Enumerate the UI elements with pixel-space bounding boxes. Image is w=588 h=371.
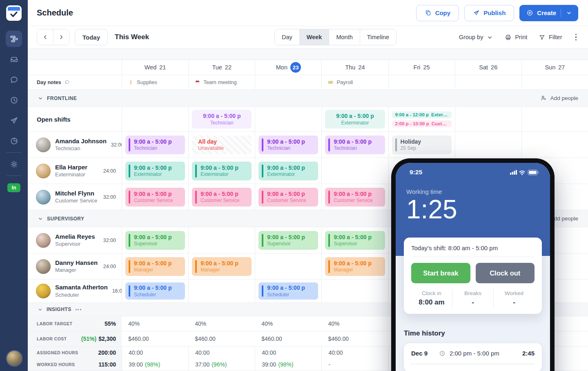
more-menu-icon[interactable] [574, 32, 579, 42]
shift-chip[interactable]: 9:00 a - 5:00 pSupervisor [125, 231, 185, 250]
sidebar-item-chat[interactable] [6, 71, 22, 88]
schedule-cell[interactable]: 9:00 a - 5:00 pManager [321, 253, 388, 279]
schedule-cell[interactable] [188, 280, 255, 302]
schedule-cell[interactable]: 9:00 a - 5:00 pCustomer Service [188, 184, 255, 210]
chevron-down-icon[interactable] [38, 307, 43, 312]
schedule-cell[interactable] [321, 158, 388, 184]
tab-day[interactable]: Day [275, 29, 299, 45]
start-break-button[interactable]: Start break [411, 263, 470, 283]
schedule-cell[interactable]: 9:00 a - 5:00 pCustomer Service [122, 184, 188, 210]
schedule-cell[interactable]: 9:00 a - 5:00 pExterminator [255, 158, 321, 184]
shift-chip[interactable]: 9:00 a - 5:00 pExterminator [125, 162, 185, 180]
schedule-cell[interactable]: 9:00 a - 5:00 pScheduler [255, 280, 321, 302]
shift-chip[interactable]: 9:00 a - 5:00 pSupervisor [258, 231, 318, 250]
tab-month[interactable]: Month [329, 29, 359, 45]
user-avatar[interactable] [7, 351, 22, 366]
shift-chip[interactable]: 9:00 a - 5:00 pScheduler [258, 282, 318, 300]
shift-chip-mini[interactable]: 2:00 p - 10:00 pCustomer… [392, 120, 452, 127]
chevron-down-icon[interactable] [38, 96, 43, 101]
shift-chip[interactable]: 9:00 a - 5:00 pCustomer Service [192, 188, 252, 207]
shift-chip[interactable]: 9:00 a - 5:00 pExterminator [258, 162, 318, 180]
schedule-cell[interactable]: 9:00 a - 5:00 pTechnician [321, 132, 388, 158]
schedule-cell[interactable]: 9:00 a - 5:00 pTechnician [255, 132, 321, 158]
shift-chip-mini[interactable]: 9:00 a - 12:00 pExtermin… [392, 111, 452, 118]
sidebar-item-pie[interactable] [6, 133, 22, 149]
shift-chip[interactable]: 9:00 a - 5:00 pManager [192, 257, 252, 276]
day-header-mon[interactable]: Mon23 [255, 60, 321, 75]
group-by-dropdown[interactable]: Group by [459, 34, 494, 41]
day-note-cell[interactable]: Payroll [321, 75, 388, 89]
clocked-in-badge[interactable]: In [7, 183, 20, 192]
day-header-sat[interactable]: Sat26 [455, 60, 521, 75]
sidebar-item-plane[interactable] [6, 112, 22, 129]
day-note-cell[interactable] [388, 75, 455, 89]
schedule-cell[interactable]: All dayUnavailable [188, 132, 255, 158]
shift-chip[interactable]: 9:00 a - 5:00 pManager [325, 257, 385, 276]
schedule-cell[interactable]: 9:00 a - 5:00 pSupervisor [321, 227, 388, 253]
shift-chip[interactable]: 9:00 a - 5:00 pExterminator [325, 110, 385, 129]
schedule-cell[interactable] [455, 107, 521, 131]
schedule-cell[interactable]: 9:00 a - 5:00 pExterminator [321, 107, 388, 131]
day-header-sun[interactable]: Sun27 [521, 60, 588, 75]
shift-chip[interactable]: 9:00 a - 5:00 pTechnician [325, 136, 385, 154]
shift-chip[interactable]: All dayUnavailable [192, 136, 252, 154]
add-people-button[interactable]: Add people [540, 95, 578, 102]
create-button[interactable]: Create [519, 5, 578, 21]
history-entry[interactable]: Dec 92:00 pm - 5:00 pm2:45 [411, 350, 535, 357]
shift-chip[interactable]: 9:00 a - 5:00 pManager [125, 257, 185, 276]
schedule-cell[interactable] [321, 280, 388, 302]
prev-week-button[interactable] [37, 29, 53, 45]
schedule-cell[interactable]: 9:00 a - 5:00 pScheduler [122, 280, 188, 302]
today-button[interactable]: Today [75, 29, 108, 45]
schedule-cell[interactable]: Holiday25 Sep [388, 132, 455, 158]
sidebar-item-schedule[interactable] [6, 31, 22, 47]
day-note-cell[interactable] [255, 75, 321, 89]
shift-chip[interactable]: 9:00 a - 5:00 pExterminator [192, 162, 252, 180]
next-week-button[interactable] [53, 29, 69, 45]
shift-chip[interactable]: 9:00 a - 5:00 pTechnician [125, 136, 185, 154]
publish-button[interactable]: Publish [464, 5, 514, 21]
copy-button[interactable]: Copy [416, 5, 459, 21]
schedule-cell[interactable]: 9:00 a - 5:00 pExterminator [122, 158, 188, 184]
schedule-cell[interactable]: 9:00 a - 5:00 pCustomer Service [255, 184, 321, 210]
tab-timeline[interactable]: Timeline [360, 29, 396, 45]
shift-chip[interactable]: 9:00 a - 5:00 pCustomer Service [258, 188, 318, 207]
filter-button[interactable]: Filter [539, 34, 562, 41]
shift-chip[interactable]: 9:00 a - 5:00 pTechnician [192, 110, 252, 129]
schedule-cell[interactable] [122, 107, 188, 131]
sidebar-item-clock[interactable] [6, 92, 22, 108]
day-header-fri[interactable]: Fri25 [388, 60, 455, 75]
shift-chip[interactable]: Holiday25 Sep [392, 136, 452, 154]
tab-week[interactable]: Week [299, 29, 329, 45]
schedule-cell[interactable]: 9:00 a - 5:00 pManager [188, 253, 255, 279]
schedule-cell[interactable]: 9:00 a - 5:00 pSupervisor [255, 227, 321, 253]
schedule-cell[interactable] [188, 227, 255, 253]
schedule-cell[interactable]: 9:00 a - 5:00 pTechnician [122, 132, 188, 158]
print-button[interactable]: Print [505, 34, 527, 41]
schedule-cell[interactable]: 9:00 a - 5:00 pExterminator [188, 158, 255, 184]
schedule-cell[interactable] [521, 107, 588, 131]
schedule-cell[interactable]: 9:00 a - 5:00 pTechnician [188, 107, 255, 131]
schedule-cell[interactable]: 9:00 a - 5:00 pManager [122, 253, 188, 279]
sidebar-item-settings[interactable] [6, 156, 22, 172]
day-note-cell[interactable] [521, 75, 588, 89]
day-note-cell[interactable] [455, 75, 521, 89]
schedule-cell[interactable] [255, 107, 321, 131]
day-note-cell[interactable]: Team meeting [188, 75, 255, 89]
clock-out-button[interactable]: Clock out [476, 263, 535, 283]
schedule-cell[interactable] [521, 132, 588, 158]
sidebar-item-inbox[interactable] [6, 51, 22, 67]
day-header-thu[interactable]: Thu24 [321, 60, 388, 75]
day-header-wed[interactable]: Wed21 [122, 60, 188, 75]
day-header-tue[interactable]: Tue22 [188, 60, 255, 75]
shift-chip[interactable]: 9:00 a - 5:00 pCustomer Service [125, 188, 185, 207]
shift-chip[interactable]: 9:00 a - 5:00 pSupervisor [325, 231, 385, 250]
schedule-cell[interactable]: 9:00 a - 12:00 pExtermin…2:00 p - 10:00 … [388, 107, 455, 131]
schedule-cell[interactable]: 9:00 a - 5:00 pSupervisor [122, 227, 188, 253]
schedule-cell[interactable] [455, 132, 521, 158]
schedule-cell[interactable] [255, 253, 321, 279]
chevron-down-icon[interactable] [38, 216, 43, 222]
more-icon[interactable] [76, 309, 81, 310]
shift-chip[interactable]: 9:00 a - 5:00 pCustomer Service [325, 188, 385, 207]
shift-chip[interactable]: 9:00 a - 5:00 pTechnician [258, 136, 318, 154]
